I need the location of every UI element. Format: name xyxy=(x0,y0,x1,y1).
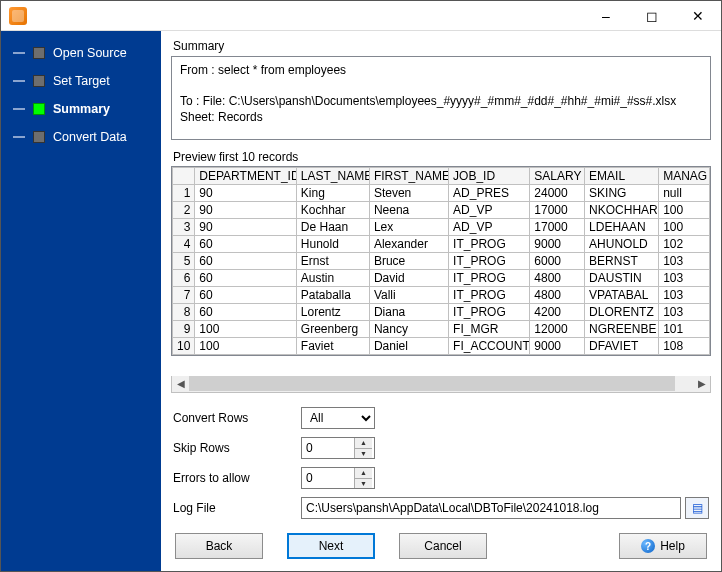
table-cell: 60 xyxy=(195,304,297,321)
table-cell: Bruce xyxy=(369,253,448,270)
log-file-label: Log File xyxy=(171,501,301,515)
table-cell: Ernst xyxy=(296,253,369,270)
options-form: Convert Rows All Skip Rows ▲▼ Errors to … xyxy=(171,407,711,519)
spin-up-icon[interactable]: ▲ xyxy=(355,468,372,479)
table-row[interactable]: 190KingStevenAD_PRES24000SKINGnull xyxy=(173,185,710,202)
table-cell: SKING xyxy=(585,185,659,202)
table-cell: 60 xyxy=(195,236,297,253)
row-number-cell: 2 xyxy=(173,202,195,219)
sidebar-item-summary[interactable]: Summary xyxy=(1,95,161,123)
table-row[interactable]: 560ErnstBruceIT_PROG6000BERNST103 xyxy=(173,253,710,270)
table-cell: Neena xyxy=(369,202,448,219)
table-cell: 24000 xyxy=(530,185,585,202)
column-header[interactable]: FIRST_NAME xyxy=(369,168,448,185)
table-cell: 9000 xyxy=(530,236,585,253)
sidebar-item-convert-data[interactable]: Convert Data xyxy=(1,123,161,151)
table-cell: Daniel xyxy=(369,338,448,355)
table-cell: 100 xyxy=(195,338,297,355)
column-header[interactable]: JOB_ID xyxy=(449,168,530,185)
table-cell: 103 xyxy=(659,270,710,287)
scroll-right-icon[interactable]: ▶ xyxy=(693,376,710,391)
table-row[interactable]: 460HunoldAlexanderIT_PROG9000AHUNOLD102 xyxy=(173,236,710,253)
back-button[interactable]: Back xyxy=(175,533,263,559)
table-cell: 90 xyxy=(195,219,297,236)
table-cell: 4800 xyxy=(530,287,585,304)
table-row[interactable]: 860LorentzDianaIT_PROG4200DLORENTZ103 xyxy=(173,304,710,321)
table-cell: DLORENTZ xyxy=(585,304,659,321)
table-cell: 100 xyxy=(659,202,710,219)
table-cell: DFAVIET xyxy=(585,338,659,355)
table-cell: 108 xyxy=(659,338,710,355)
sidebar-item-label: Convert Data xyxy=(53,130,127,144)
log-file-input[interactable] xyxy=(301,497,681,519)
row-number-cell: 6 xyxy=(173,270,195,287)
spin-down-icon[interactable]: ▼ xyxy=(355,449,372,459)
table-row[interactable]: 390De HaanLexAD_VP17000LDEHAAN100 xyxy=(173,219,710,236)
table-row[interactable]: 660AustinDavidIT_PROG4800DAUSTIN103 xyxy=(173,270,710,287)
cancel-button[interactable]: Cancel xyxy=(399,533,487,559)
scroll-thumb[interactable] xyxy=(189,376,675,391)
app-icon xyxy=(9,7,27,25)
minimize-button[interactable]: – xyxy=(583,1,629,31)
table-cell: 12000 xyxy=(530,321,585,338)
spin-up-icon[interactable]: ▲ xyxy=(355,438,372,449)
table-row[interactable]: 760PataballaValliIT_PROG4800VPATABAL103 xyxy=(173,287,710,304)
table-row[interactable]: 10100FavietDanielFI_ACCOUNT9000DFAVIET10… xyxy=(173,338,710,355)
help-button[interactable]: ? Help xyxy=(619,533,707,559)
row-number-header xyxy=(173,168,195,185)
column-header[interactable]: EMAIL xyxy=(585,168,659,185)
errors-input[interactable] xyxy=(302,468,354,488)
table-cell: null xyxy=(659,185,710,202)
table-cell: Faviet xyxy=(296,338,369,355)
table-cell: 17000 xyxy=(530,202,585,219)
table-row[interactable]: 9100GreenbergNancyFI_MGR12000NGREENBE101 xyxy=(173,321,710,338)
main-panel: Summary From : select * from employees T… xyxy=(161,31,721,571)
table-cell: Pataballa xyxy=(296,287,369,304)
convert-rows-select[interactable]: All xyxy=(301,407,375,429)
table-cell: 4800 xyxy=(530,270,585,287)
nav-step-icon xyxy=(33,131,45,143)
sidebar-item-set-target[interactable]: Set Target xyxy=(1,67,161,95)
sidebar-item-open-source[interactable]: Open Source xyxy=(1,39,161,67)
maximize-button[interactable]: ◻ xyxy=(629,1,675,31)
row-number-cell: 5 xyxy=(173,253,195,270)
table-cell: VPATABAL xyxy=(585,287,659,304)
column-header[interactable]: DEPARTMENT_ID xyxy=(195,168,297,185)
table-row[interactable]: 290KochharNeenaAD_VP17000NKOCHHAR100 xyxy=(173,202,710,219)
table-cell: AD_VP xyxy=(449,202,530,219)
table-cell: Greenberg xyxy=(296,321,369,338)
row-number-cell: 8 xyxy=(173,304,195,321)
column-header[interactable]: MANAG xyxy=(659,168,710,185)
row-number-cell: 10 xyxy=(173,338,195,355)
table-cell: Nancy xyxy=(369,321,448,338)
table-cell: 6000 xyxy=(530,253,585,270)
table-cell: David xyxy=(369,270,448,287)
table-cell: 9000 xyxy=(530,338,585,355)
close-button[interactable]: ✕ xyxy=(675,1,721,31)
summary-text-box[interactable]: From : select * from employees To : File… xyxy=(171,56,711,140)
table-cell: 103 xyxy=(659,287,710,304)
file-browse-icon: ▤ xyxy=(692,501,703,515)
log-file-browse-button[interactable]: ▤ xyxy=(685,497,709,519)
sidebar-item-label: Set Target xyxy=(53,74,110,88)
errors-spinner[interactable]: ▲▼ xyxy=(301,467,375,489)
table-cell: AD_VP xyxy=(449,219,530,236)
table-cell: 103 xyxy=(659,304,710,321)
preview-horizontal-scrollbar[interactable]: ◀ ▶ xyxy=(171,376,711,393)
skip-rows-label: Skip Rows xyxy=(171,441,301,455)
nav-connector-icon xyxy=(13,136,25,138)
column-header[interactable]: SALARY xyxy=(530,168,585,185)
nav-step-icon xyxy=(33,47,45,59)
spin-down-icon[interactable]: ▼ xyxy=(355,479,372,489)
skip-rows-spinner[interactable]: ▲▼ xyxy=(301,437,375,459)
row-number-cell: 4 xyxy=(173,236,195,253)
scroll-left-icon[interactable]: ◀ xyxy=(172,376,189,391)
skip-rows-input[interactable] xyxy=(302,438,354,458)
table-cell: 17000 xyxy=(530,219,585,236)
sidebar-item-label: Summary xyxy=(53,102,110,116)
nav-connector-icon xyxy=(13,80,25,82)
row-number-cell: 3 xyxy=(173,219,195,236)
column-header[interactable]: LAST_NAME xyxy=(296,168,369,185)
table-cell: De Haan xyxy=(296,219,369,236)
next-button[interactable]: Next xyxy=(287,533,375,559)
